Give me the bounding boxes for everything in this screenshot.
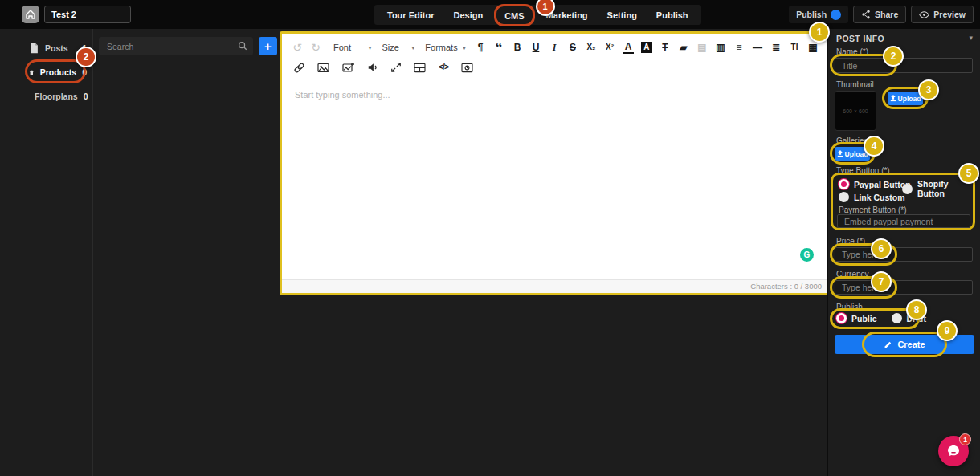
home-button[interactable] — [22, 6, 39, 23]
embed-icon[interactable] — [461, 63, 473, 73]
annotation-badge-yellow-1: 1 — [809, 22, 830, 43]
chevron-down-icon: ▾ — [368, 44, 371, 51]
fullscreen-icon[interactable] — [390, 62, 402, 73]
redo-icon[interactable]: ↻ — [310, 40, 321, 55]
currency-input[interactable] — [835, 280, 973, 295]
preview-button[interactable]: Preview — [911, 6, 974, 23]
payment-embed-input[interactable] — [837, 214, 970, 228]
price-label: Price (*) — [836, 237, 865, 246]
radio-public[interactable] — [836, 313, 847, 323]
annotation-badge-yellow-6: 6 — [871, 238, 892, 259]
size-dropdown-label: Size — [382, 43, 398, 52]
align-icon[interactable]: ≡ — [733, 40, 745, 55]
strikethrough-icon[interactable]: S — [567, 40, 578, 55]
products-icon — [29, 67, 35, 78]
radio-link-custom[interactable]: Link Custom — [839, 192, 905, 202]
horizontal-rule-icon[interactable]: — — [752, 40, 763, 55]
share-label: Share — [875, 10, 898, 19]
upload-icon — [890, 95, 896, 102]
superscript-icon[interactable]: X² — [604, 40, 615, 55]
radio-unselected-icon[interactable] — [839, 192, 849, 202]
search-icon — [238, 41, 247, 51]
preview-label: Preview — [933, 10, 966, 19]
sidebar-item-label: Floorplans — [35, 92, 78, 101]
annotation-badge-yellow-8: 8 — [906, 299, 927, 320]
text-color-icon[interactable]: A — [623, 41, 634, 54]
price-input[interactable] — [835, 247, 973, 262]
search-wrap — [99, 37, 253, 55]
size-dropdown[interactable]: Size ▾ — [380, 43, 416, 52]
main-nav: Tour Editor Design CMS 1 Marketing Setti… — [374, 5, 701, 25]
italic-icon[interactable]: I — [549, 40, 560, 55]
annotation-badge-yellow-4: 4 — [864, 136, 884, 157]
share-button[interactable]: Share — [853, 6, 906, 23]
list-column: + — [93, 29, 280, 476]
code-icon[interactable]: </> — [438, 60, 449, 75]
publish-toggle-dot[interactable] — [831, 10, 841, 20]
line-height-icon[interactable]: TI — [789, 40, 800, 55]
editor-canvas[interactable]: Start typing something... G — [282, 79, 828, 279]
radio-label: Public — [851, 314, 877, 323]
editor-toolbar-row1: ↺ ↻ Font ▾ Size ▾ Formats ▾ ¶ “ B U I S … — [282, 34, 828, 56]
undo-icon[interactable]: ↺ — [292, 40, 303, 55]
blockquote-icon[interactable]: “ — [493, 43, 504, 51]
subscript-icon[interactable]: X₂ — [586, 40, 597, 55]
nav-publish[interactable]: Publish — [647, 10, 698, 20]
publish-label: Publish — [836, 303, 863, 311]
left-sidebar: Posts 1 Products 0 2 Floorplans 0 — [0, 29, 93, 476]
collapse-chevron-icon[interactable]: ▾ — [969, 34, 973, 42]
annotation-ring-cms: CMS 1 — [494, 4, 534, 26]
thumbnail-preview[interactable]: 600 × 600 — [835, 91, 876, 131]
top-bar: Tour Editor Design CMS 1 Marketing Setti… — [0, 0, 980, 29]
radio-paypal-button[interactable]: Paypal Button — [839, 179, 911, 189]
audio-icon[interactable] — [367, 62, 378, 73]
nav-tour-editor[interactable]: Tour Editor — [378, 10, 443, 20]
thumbnail-upload-button[interactable]: Upload — [888, 92, 923, 105]
remove-formatting-icon[interactable]: T — [659, 40, 671, 55]
image-upload-icon[interactable] — [342, 62, 355, 73]
sidebar-item-floorplans[interactable]: Floorplans 0 — [29, 87, 88, 106]
sidebar-item-label: Products — [40, 67, 77, 77]
font-dropdown-label: Font — [333, 43, 351, 52]
thumbnail-size-text: 600 × 600 — [843, 108, 868, 114]
annotation-ring-type-button-group: Paypal Button Shopify Button Link Custom… — [831, 173, 975, 230]
underline-icon[interactable]: U — [530, 40, 541, 55]
chat-unread-badge: 1 — [959, 433, 971, 445]
annotation-badge-yellow-2: 2 — [883, 46, 904, 67]
background-color-icon[interactable]: A — [641, 42, 652, 53]
font-dropdown[interactable]: Font ▾ — [332, 43, 373, 52]
name-input[interactable] — [835, 58, 973, 73]
nav-setting[interactable]: Setting — [598, 10, 647, 20]
bold-icon[interactable]: B — [512, 40, 523, 55]
radio-selected-icon[interactable] — [839, 179, 849, 189]
eraser-icon[interactable]: ▰ — [678, 40, 689, 55]
list-icon[interactable]: ≣ — [770, 40, 782, 55]
annotation-badge-yellow-5: 5 — [958, 163, 979, 184]
post-info-title: POST INFO — [836, 34, 884, 43]
posts-icon — [29, 43, 39, 54]
top-bar-actions: Publish Share Preview — [789, 6, 974, 23]
layout-icon[interactable] — [414, 63, 426, 73]
add-post-button[interactable]: + — [259, 37, 277, 55]
nav-cms[interactable]: CMS — [503, 11, 525, 21]
app-root: Tour Editor Design CMS 1 Marketing Setti… — [0, 0, 980, 476]
indent-decrease-icon[interactable]: ▤ — [696, 40, 708, 55]
chat-widget-button[interactable]: 1 — [938, 436, 969, 466]
paragraph-icon[interactable]: ¶ — [475, 40, 486, 55]
search-input[interactable] — [99, 37, 253, 55]
formats-dropdown-label: Formats — [425, 43, 457, 52]
images-icon[interactable] — [317, 62, 330, 73]
link-icon[interactable] — [293, 62, 305, 74]
formats-dropdown[interactable]: Formats ▾ — [423, 43, 468, 52]
publish-toggle[interactable]: Publish — [789, 6, 848, 23]
rich-text-editor[interactable]: 1 ↺ ↻ Font ▾ Size ▾ Formats ▾ ¶ “ B U I … — [280, 31, 831, 295]
radio-draft[interactable] — [892, 313, 902, 323]
grammarly-icon[interactable]: G — [800, 248, 814, 262]
radio-label: Link Custom — [854, 193, 905, 202]
indent-increase-icon[interactable]: ▥ — [715, 40, 726, 55]
create-label: Create — [897, 340, 925, 349]
annotation-badge-yellow-3: 3 — [918, 79, 939, 100]
project-name-input[interactable] — [44, 6, 131, 23]
nav-design[interactable]: Design — [443, 10, 492, 20]
sidebar-item-count: 0 — [84, 92, 90, 101]
